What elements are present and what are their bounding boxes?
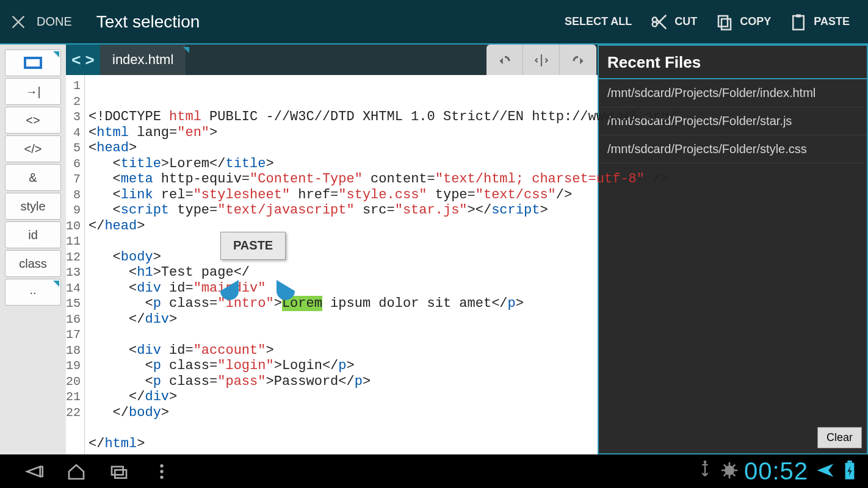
svg-rect-2 (794, 16, 805, 30)
left-toolbar: →| <> </> & style id class ·· (0, 45, 66, 454)
redo-button[interactable] (560, 45, 596, 76)
cut-button[interactable]: CUT (650, 13, 697, 31)
code-view-icon[interactable]: < > (66, 45, 100, 75)
battery-charging-icon (840, 461, 859, 483)
airplane-mode-icon (816, 461, 835, 483)
menu-nav-icon[interactable] (140, 462, 183, 481)
class-button[interactable]: class (5, 250, 61, 277)
file-tab[interactable]: index.html (100, 45, 186, 75)
nav-bar: 00:52 (0, 454, 868, 488)
angle-brackets-button[interactable]: <> (5, 107, 61, 134)
cursor-nav-button[interactable] (523, 45, 560, 76)
selection-handle-right[interactable] (277, 280, 295, 302)
action-title: Text selection (96, 12, 200, 32)
close-icon[interactable] (0, 4, 37, 40)
clock: 00:52 (744, 458, 808, 485)
svg-point-11 (704, 461, 707, 464)
clear-button[interactable]: Clear (817, 427, 862, 448)
svg-point-10 (160, 475, 163, 478)
usb-icon (695, 461, 715, 483)
svg-point-9 (160, 470, 163, 473)
more-button[interactable]: ·· (5, 279, 61, 306)
svg-rect-1 (722, 19, 731, 30)
tab-indent-button[interactable]: →| (5, 78, 61, 105)
selection-handle-left[interactable] (220, 280, 239, 302)
back-nav-icon[interactable] (12, 462, 55, 481)
svg-rect-0 (718, 16, 728, 27)
svg-rect-14 (847, 461, 852, 463)
undo-button[interactable] (486, 45, 523, 76)
home-nav-icon[interactable] (55, 462, 98, 481)
svg-point-8 (160, 464, 163, 467)
close-tag-button[interactable]: </> (5, 135, 61, 162)
recent-apps-nav-icon[interactable] (98, 462, 140, 481)
action-bar: DONE Text selection SELECT ALL CUT COPY … (0, 0, 868, 45)
line-gutter: 12345678910111213141516171819202122 (66, 75, 85, 454)
paste-popup[interactable]: PASTE (220, 232, 286, 260)
svg-rect-5 (26, 59, 40, 66)
code-editor[interactable]: 12345678910111213141516171819202122 <!DO… (66, 75, 598, 454)
done-button[interactable]: DONE (37, 15, 72, 29)
style-button[interactable]: style (5, 193, 61, 220)
select-all-button[interactable]: SELECT ALL (565, 15, 632, 28)
edit-toolbar (486, 45, 596, 76)
id-button[interactable]: id (5, 221, 61, 248)
select-tool-button[interactable] (5, 49, 61, 76)
paste-button[interactable]: PASTE (789, 13, 850, 31)
recent-files-title: Recent Files (599, 46, 867, 79)
code-content[interactable]: <!DOCTYPE html PUBLIC -//W3C//DTD XHTML … (85, 75, 677, 454)
svg-rect-3 (797, 14, 801, 17)
copy-button[interactable]: COPY (715, 13, 771, 31)
ampersand-button[interactable]: & (5, 164, 61, 191)
debug-icon (720, 461, 739, 483)
